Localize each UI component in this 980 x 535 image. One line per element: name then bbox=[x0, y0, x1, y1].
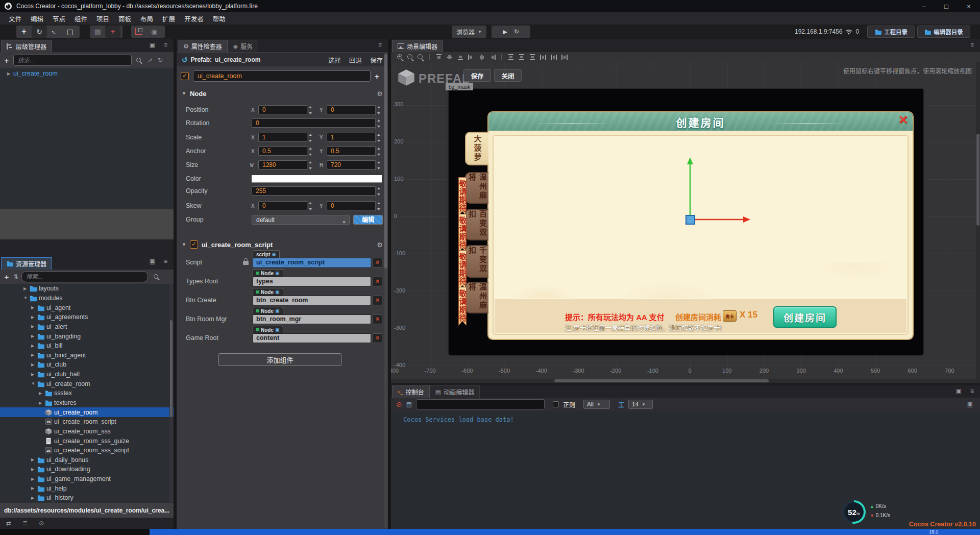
panel-menu-icon[interactable]: ≡ bbox=[164, 258, 167, 265]
spinner[interactable] bbox=[375, 186, 382, 197]
asset-row[interactable]: ui_create_room_sss_guize bbox=[0, 436, 174, 446]
position-x-input[interactable]: 0 bbox=[258, 105, 313, 114]
align-left-icon[interactable] bbox=[468, 54, 474, 60]
scene-horizontal-scrollbar[interactable] bbox=[391, 379, 976, 383]
minimize-button[interactable]: – bbox=[913, 0, 935, 12]
game-type-tab[interactable]: 千变双扣敬请期待 bbox=[465, 245, 488, 278]
game-type-tab[interactable]: 百变双扣敬请期待 bbox=[465, 209, 488, 240]
expand-arrow-icon[interactable]: ▶ bbox=[31, 334, 37, 338]
panel-menu-icon[interactable]: ≡ bbox=[378, 41, 382, 48]
external-link-icon[interactable]: ▣ bbox=[272, 252, 276, 257]
move-tool-button[interactable]: + bbox=[16, 26, 32, 38]
panel-menu-icon[interactable]: ≡ bbox=[970, 387, 974, 395]
close-button[interactable]: × bbox=[958, 0, 980, 12]
expand-arrow-icon[interactable]: ▶ bbox=[39, 401, 45, 405]
remove-ref-button[interactable]: × bbox=[373, 333, 382, 343]
remove-ref-button[interactable]: × bbox=[373, 314, 382, 324]
gear-icon[interactable]: ⚙ bbox=[377, 241, 383, 249]
popout-icon[interactable]: ▣ bbox=[150, 41, 155, 48]
console-log-area[interactable]: Cocos Services load base data! bbox=[391, 411, 980, 529]
tab-hierarchy[interactable]: 层级管理器 bbox=[1, 40, 52, 52]
expand-arrow-icon[interactable]: ▶ bbox=[23, 286, 30, 291]
prefab-save-button[interactable]: 保存 bbox=[463, 69, 491, 82]
expand-arrow-icon[interactable]: ▶ bbox=[31, 486, 37, 491]
distribute-vcenter-icon[interactable] bbox=[519, 54, 525, 60]
open-log-file-icon[interactable]: ▤ bbox=[406, 401, 412, 408]
tab-scene-editor[interactable]: 场景编辑器 bbox=[392, 40, 443, 52]
taskbar-highlight[interactable] bbox=[150, 529, 980, 535]
size-w-input[interactable]: 1280 bbox=[258, 160, 313, 169]
remove-ref-button[interactable]: × bbox=[373, 296, 382, 305]
add-node-button[interactable]: + bbox=[0, 56, 13, 65]
font-size-dropdown[interactable]: 14 ▼ bbox=[628, 400, 653, 409]
asset-row[interactable]: ▶ui_club_hall bbox=[0, 370, 174, 379]
skew-y-input[interactable]: 0 bbox=[327, 201, 382, 210]
expand-arrow-icon[interactable]: ▶ bbox=[31, 344, 37, 348]
group-select[interactable]: default▼ bbox=[252, 215, 350, 225]
sync-icon[interactable]: ⇄ bbox=[6, 520, 11, 527]
menu-developer[interactable]: 开发者 bbox=[180, 14, 208, 23]
expand-arrow-icon[interactable]: ▶ bbox=[31, 372, 37, 377]
spinner[interactable] bbox=[375, 118, 382, 129]
expand-arrow-icon[interactable]: ▶ bbox=[31, 324, 37, 329]
node-ref-field[interactable]: btn_room_mgr bbox=[253, 314, 371, 324]
add-asset-button[interactable]: + bbox=[0, 273, 13, 281]
node-active-checkbox[interactable] bbox=[181, 72, 189, 80]
asset-row[interactable]: ▶ui_bangding bbox=[0, 331, 174, 341]
asset-row[interactable]: ui_create_room bbox=[0, 407, 174, 417]
asset-row[interactable]: ▶ui_club bbox=[0, 360, 174, 370]
eye-icon[interactable]: ⊙ bbox=[39, 520, 44, 527]
size-h-input[interactable]: 720 bbox=[327, 160, 382, 169]
tab-console[interactable]: >_ 控制台 bbox=[392, 385, 430, 398]
asset-row[interactable]: ▶ui_bill bbox=[0, 341, 174, 351]
assets-scrollbar[interactable] bbox=[169, 284, 173, 502]
prefab-select-button[interactable]: 选择 bbox=[328, 55, 341, 65]
sort-icon[interactable]: ⇅ bbox=[13, 273, 18, 280]
refresh-icon[interactable]: ↻ bbox=[158, 57, 163, 64]
collapse-arrow-icon[interactable]: ▼ bbox=[182, 242, 186, 247]
locate-icon[interactable]: ↗ bbox=[148, 57, 153, 64]
asset-row[interactable]: ▶ui_agreements bbox=[0, 312, 174, 322]
popout-icon[interactable]: ▣ bbox=[956, 387, 962, 395]
expand-arrow-icon[interactable]: ▶ bbox=[31, 362, 37, 367]
asset-row[interactable]: ▶ui_alert bbox=[0, 322, 174, 332]
spinner[interactable] bbox=[307, 201, 314, 211]
menu-help[interactable]: 帮助 bbox=[208, 14, 230, 23]
game-type-tab[interactable]: 温州麻将敬请期待 bbox=[465, 172, 488, 204]
assets-search-input[interactable] bbox=[21, 271, 148, 282]
asset-row[interactable]: ▶ui_game_management bbox=[0, 474, 174, 484]
tab-services[interactable]: ◈ 服务 bbox=[228, 40, 258, 52]
rotation-input[interactable]: 0 bbox=[252, 118, 382, 128]
node-ref-field[interactable]: types bbox=[253, 277, 371, 286]
script-section-header[interactable]: ▼ ui_create_room_script ⚙ bbox=[177, 239, 388, 250]
asset-row[interactable]: ▶ssstex bbox=[0, 388, 174, 398]
asset-row[interactable]: ▶ui_downloading bbox=[0, 465, 174, 474]
scale-y-input[interactable]: 1 bbox=[327, 133, 382, 142]
script-ref-field[interactable]: ui_create_room_script bbox=[253, 258, 371, 268]
asset-row[interactable]: ▶ui_help bbox=[0, 483, 174, 493]
remove-ref-button[interactable]: × bbox=[373, 277, 382, 286]
refresh-preview-button[interactable]: ↻ bbox=[514, 28, 519, 35]
align-bottom-icon[interactable] bbox=[457, 54, 463, 60]
collapse-icon[interactable]: ▣ bbox=[967, 401, 973, 408]
anchor-x-input[interactable]: 0.5 bbox=[258, 147, 313, 156]
align-vcenter-icon[interactable] bbox=[447, 54, 453, 60]
menu-project[interactable]: 项目 bbox=[92, 14, 114, 23]
prefab-close-button[interactable]: 关闭 bbox=[494, 69, 522, 82]
hierarchy-node-row[interactable]: ▶ ui_create_room bbox=[0, 68, 174, 79]
asset-row[interactable]: ▼ui_create_room bbox=[0, 379, 174, 388]
create-room-button[interactable]: 创建房间 bbox=[773, 306, 837, 328]
menu-extension[interactable]: 扩展 bbox=[158, 14, 180, 23]
expand-arrow-icon[interactable]: ▼ bbox=[31, 381, 37, 386]
popout-icon[interactable]: ▣ bbox=[150, 258, 155, 265]
project-dir-button[interactable]: 工程目录 bbox=[867, 26, 915, 38]
transform-gizmo[interactable] bbox=[683, 155, 760, 227]
skew-x-input[interactable]: 0 bbox=[258, 201, 313, 210]
group-edit-button[interactable]: 编辑 bbox=[353, 215, 383, 225]
asset-row[interactable]: ▶ui_bind_agent bbox=[0, 350, 174, 360]
maximize-button[interactable]: □ bbox=[935, 0, 958, 12]
search-icon[interactable] bbox=[136, 57, 142, 64]
asset-row[interactable]: ▶ui_agent bbox=[0, 303, 174, 312]
world-coord-button[interactable]: ◉ bbox=[146, 26, 162, 38]
node-ref-field[interactable]: content bbox=[253, 333, 371, 343]
